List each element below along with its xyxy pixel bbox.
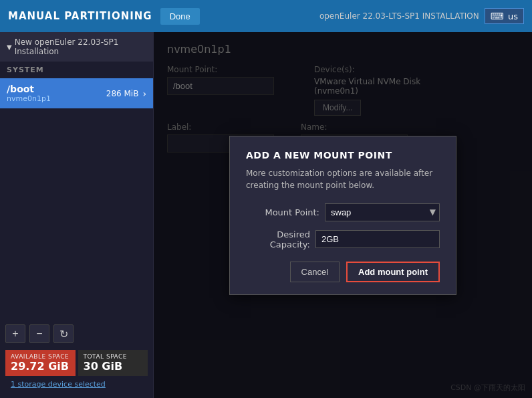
modal-mount-point-select[interactable]: swap / /boot /home /tmp /var bbox=[325, 203, 440, 221]
modal-capacity-label: Desired Capacity: bbox=[246, 229, 310, 250]
available-space-value: 29.72 GiB bbox=[11, 360, 70, 373]
new-install-header: ▼ New openEuler 22.03-SP1 Installation bbox=[0, 32, 153, 62]
keyboard-icon: ⌨ bbox=[491, 11, 504, 21]
remove-partition-button[interactable]: − bbox=[29, 324, 49, 343]
modal-mount-point-select-wrap: swap / /boot /home /tmp /var ▼ bbox=[325, 203, 440, 221]
partition-device: nvme0n1p1 bbox=[7, 94, 51, 103]
modal-buttons: Cancel Add mount point bbox=[246, 262, 440, 282]
installation-title: openEuler 22.03-LTS-SP1 INSTALLATION bbox=[319, 11, 479, 21]
partition-name: /boot bbox=[7, 84, 51, 94]
modal-capacity-field: Desired Capacity: bbox=[246, 229, 440, 250]
storage-device-link[interactable]: 1 storage device selected bbox=[5, 376, 148, 393]
system-label: SYSTEM bbox=[0, 62, 153, 78]
partition-info: /boot nvme0n1p1 bbox=[7, 84, 51, 103]
modal-title: ADD A NEW MOUNT POINT bbox=[246, 150, 440, 161]
collapse-icon[interactable]: ▼ bbox=[7, 43, 12, 51]
right-panel: nvme0n1p1 Mount Point: Device(s): VMware… bbox=[154, 32, 532, 398]
modal-mount-point-label: Mount Point: bbox=[246, 207, 319, 217]
total-space-value: 30 GiB bbox=[84, 360, 143, 373]
partition-item[interactable]: /boot nvme0n1p1 286 MiB › bbox=[0, 78, 153, 108]
left-bottom: + − ↻ AVAILABLE SPACE 29.72 GiB TOTAL SP… bbox=[0, 319, 153, 398]
keyboard-layout-label: us bbox=[508, 11, 518, 21]
total-space-box: TOTAL SPACE 30 GiB bbox=[78, 350, 148, 376]
add-mount-point-modal: ADD A NEW MOUNT POINT More customization… bbox=[229, 136, 456, 295]
keyboard-layout-selector[interactable]: ⌨ us bbox=[485, 8, 524, 24]
total-space-label: TOTAL SPACE bbox=[84, 353, 143, 360]
partition-size-area: 286 MiB › bbox=[106, 88, 146, 99]
main-layout: ▼ New openEuler 22.03-SP1 Installation S… bbox=[0, 32, 532, 398]
space-info: AVAILABLE SPACE 29.72 GiB TOTAL SPACE 30… bbox=[5, 350, 148, 376]
refresh-button[interactable]: ↻ bbox=[53, 324, 74, 343]
chevron-right-icon: › bbox=[142, 88, 146, 99]
left-controls: + − ↻ bbox=[5, 324, 148, 343]
available-space-box: AVAILABLE SPACE 29.72 GiB bbox=[5, 350, 76, 376]
left-panel: ▼ New openEuler 22.03-SP1 Installation S… bbox=[0, 32, 154, 398]
done-button[interactable]: Done bbox=[160, 8, 200, 25]
add-partition-button[interactable]: + bbox=[5, 324, 25, 343]
modal-overlay: ADD A NEW MOUNT POINT More customization… bbox=[154, 32, 532, 398]
available-space-label: AVAILABLE SPACE bbox=[11, 353, 70, 360]
cancel-button[interactable]: Cancel bbox=[290, 262, 340, 282]
partition-size: 286 MiB bbox=[106, 89, 139, 98]
modal-subtitle: More customization options are available… bbox=[246, 167, 440, 191]
modal-mount-point-field: Mount Point: swap / /boot /home /tmp /va… bbox=[246, 203, 440, 221]
modal-capacity-input[interactable] bbox=[315, 230, 440, 248]
header-right: openEuler 22.03-LTS-SP1 INSTALLATION ⌨ u… bbox=[319, 8, 524, 24]
page-title: MANUAL PARTITIONING bbox=[8, 10, 152, 22]
new-install-label: New openEuler 22.03-SP1 Installation bbox=[15, 37, 146, 56]
add-mount-point-button[interactable]: Add mount point bbox=[346, 262, 440, 282]
header: MANUAL PARTITIONING Done openEuler 22.03… bbox=[0, 0, 532, 32]
